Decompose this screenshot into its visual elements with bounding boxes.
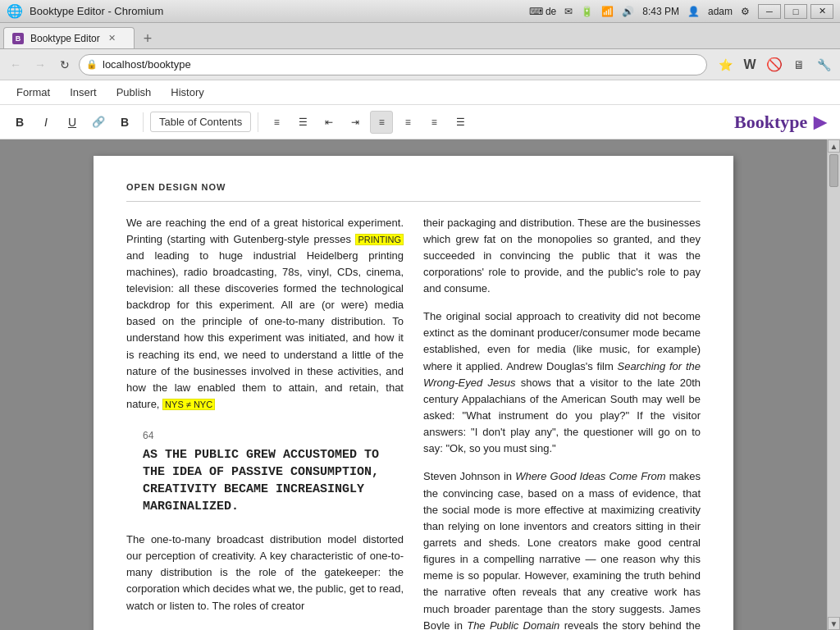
history-menu[interactable]: History [162, 83, 212, 102]
new-tab-button[interactable]: + [138, 29, 158, 48]
align-left-button[interactable]: ≡ [370, 111, 393, 134]
two-column-layout: We are reaching the end of a great histo… [126, 215, 701, 631]
clock: 8:43 PM [642, 6, 679, 17]
format-menu[interactable]: Format [8, 83, 58, 102]
outdent-button[interactable]: ⇤ [317, 111, 340, 134]
bold-button-2[interactable]: B [113, 111, 136, 134]
link-button[interactable]: 🔗 [87, 111, 110, 134]
pull-quote: 64 AS THE PUBLIC GREW ACCUSTOMED TO THE … [126, 429, 404, 515]
align-right-button[interactable]: ≡ [422, 111, 445, 134]
settings-icon: ⚙ [741, 6, 750, 17]
bold-button[interactable]: B [8, 111, 31, 134]
booktype-logo: Booktype ► [734, 109, 832, 135]
browser-toolbar-icons: ⭐ W 🚫 🖥 🔧 [714, 53, 835, 76]
scroll-down-button[interactable]: ▼ [828, 617, 840, 630]
address-bar[interactable]: 🔒 localhost/booktype [79, 54, 707, 75]
left-col-para-2: The one-to-many broadcast distribution m… [126, 532, 404, 614]
insert-menu[interactable]: Insert [62, 83, 105, 102]
toolbar-separator-1 [143, 112, 144, 132]
active-tab[interactable]: B Booktype Editor ✕ [3, 27, 135, 48]
forward-button[interactable]: → [30, 54, 51, 75]
table-of-contents-button[interactable]: Table of Contents [150, 112, 251, 132]
publish-menu[interactable]: Publish [108, 83, 160, 102]
back-button[interactable]: ← [5, 54, 26, 75]
tab-bar: B Booktype Editor ✕ + [0, 23, 840, 49]
justify-button[interactable]: ☰ [449, 111, 472, 134]
tab-close-button[interactable]: ✕ [107, 33, 118, 44]
ordered-list-button[interactable]: ≡ [265, 111, 288, 134]
left-col-para-1: We are reaching the end of a great histo… [126, 215, 404, 413]
content-area: OPEN DESIGN NOW We are reaching the end … [0, 139, 827, 630]
keyboard-indicator: ⌨ de [529, 6, 557, 17]
volume-icon: 🔊 [622, 6, 634, 17]
main-area: OPEN DESIGN NOW We are reaching the end … [0, 139, 840, 630]
window-title: Booktype Editor - Chromium [30, 5, 163, 17]
toolbar-separator-2 [258, 112, 258, 132]
right-col-para-3: Steven Johnson in Where Good Ideas Come … [423, 468, 701, 630]
book-title-1: Where Good Ideas Come From [515, 470, 665, 482]
page-number: 64 [143, 429, 404, 443]
title-bar-left: 🌐 Booktype Editor - Chromium [7, 3, 163, 19]
printing-tag: PRINTING [355, 234, 404, 245]
tab-favicon: B [12, 33, 24, 44]
left-column: We are reaching the end of a great histo… [126, 215, 404, 631]
adblock-icon[interactable]: 🚫 [763, 53, 786, 76]
xyz-tag: NYS ≠ NYC [162, 399, 215, 410]
close-button[interactable]: ✕ [810, 4, 833, 19]
right-column: their packaging and distribution. These … [423, 215, 701, 631]
lock-icon: 🔒 [86, 59, 98, 70]
editor-toolbar: B I U 🔗 B Table of Contents ≡ ☰ ⇤ ⇥ ≡ ≡ … [0, 105, 840, 139]
wifi-icon: 📶 [601, 6, 614, 17]
title-bar-right: ⌨ de ✉ 🔋 📶 🔊 8:43 PM 👤 adam ⚙ ─ □ ✕ [529, 4, 833, 19]
title-bar: 🌐 Booktype Editor - Chromium ⌨ de ✉ 🔋 📶 … [0, 0, 840, 23]
username: adam [708, 6, 733, 17]
url-text: localhost/booktype [103, 58, 191, 71]
italic-button[interactable]: I [34, 111, 57, 134]
scroll-up-button[interactable]: ▲ [828, 139, 840, 153]
editor-page[interactable]: OPEN DESIGN NOW We are reaching the end … [94, 156, 733, 630]
window-controls[interactable]: ─ □ ✕ [758, 4, 833, 19]
chapter-title: OPEN DESIGN NOW [126, 180, 701, 202]
scrollbar[interactable]: ▲ ▼ [827, 139, 840, 630]
w-icon[interactable]: W [738, 53, 761, 76]
reload-button[interactable]: ↻ [54, 54, 75, 75]
align-center-button[interactable]: ≡ [396, 111, 419, 134]
browser-icon: 🌐 [7, 3, 23, 19]
logo-arrow-icon: ► [809, 109, 832, 135]
maximize-button[interactable]: □ [784, 4, 807, 19]
battery-icon: 🔋 [581, 6, 593, 17]
app-menu-bar: Format Insert Publish History [0, 80, 840, 105]
user-icon: 👤 [687, 6, 700, 17]
logo-text: Booktype [734, 112, 807, 133]
right-col-para-1: their packaging and distribution. These … [423, 215, 701, 298]
book-title-2: The Public Domain [467, 619, 559, 630]
nav-bar: ← → ↻ 🔒 localhost/booktype ⭐ W 🚫 🖥 🔧 [0, 49, 840, 80]
tab-label: Booktype Editor [30, 33, 100, 44]
bookmark-icon[interactable]: ⭐ [714, 53, 737, 76]
right-col-para-2: The original social approach to creativi… [423, 308, 701, 457]
email-icon: ✉ [564, 6, 573, 17]
wrench-icon[interactable]: 🔧 [812, 53, 835, 76]
indent-button[interactable]: ⇥ [344, 111, 367, 134]
screencast-icon[interactable]: 🖥 [788, 53, 810, 76]
scroll-thumb[interactable] [829, 154, 838, 187]
minimize-button[interactable]: ─ [758, 4, 781, 19]
underline-button[interactable]: U [61, 111, 84, 134]
unordered-list-button[interactable]: ☰ [291, 111, 314, 134]
